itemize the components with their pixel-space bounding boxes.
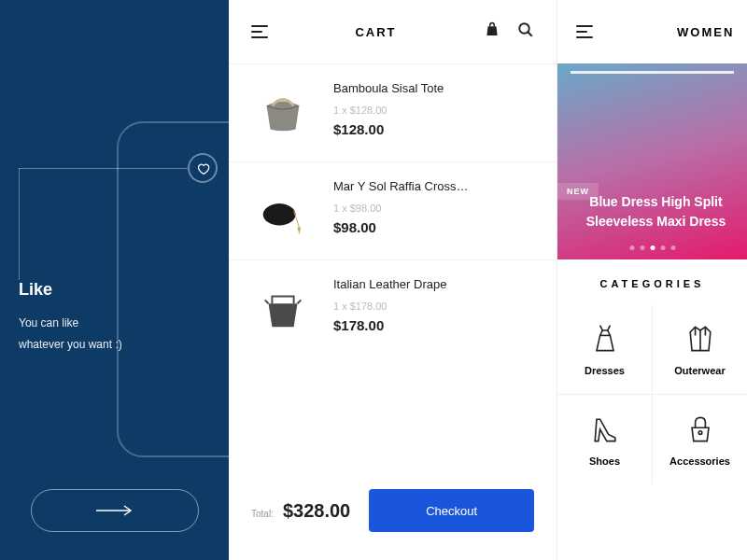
cart-item[interactable]: Mar Y Sol Raffia Cross… 1 x $98.00 $98.0…: [229, 161, 557, 259]
svg-point-1: [519, 23, 529, 34]
hero-title: Blue Dress High Split Sleeveless Maxi Dr…: [569, 192, 743, 231]
guide-line: [19, 168, 196, 169]
product-image: [251, 277, 315, 341]
category-label: Accessories: [669, 455, 730, 467]
hero-divider: [571, 71, 734, 74]
onboarding-panel: Like You can like whatever you want :): [0, 0, 229, 560]
page-title: WOMEN: [677, 25, 734, 39]
category-dresses[interactable]: Dresses: [557, 304, 652, 394]
svg-line-6: [297, 300, 301, 303]
onboarding-title: Like: [19, 280, 122, 300]
item-price: $98.00: [333, 219, 534, 235]
category-label: Outerwear: [674, 365, 725, 376]
menu-icon[interactable]: [251, 25, 268, 38]
guide-line: [19, 168, 20, 280]
categories-heading: CATEGORIES: [557, 259, 747, 304]
onboarding-text: You can like whatever you want :): [19, 313, 122, 356]
shop-panel: WOMEN NEW Blue Dress High Split Sleevele…: [557, 0, 747, 560]
category-label: Shoes: [589, 455, 620, 467]
cart-panel: CART Bamboula Sisal Tote 1 x $128.00 $12…: [229, 0, 557, 560]
category-label: Dresses: [585, 365, 625, 376]
product-image: [251, 179, 315, 243]
carousel-dots[interactable]: [629, 245, 675, 250]
svg-point-7: [698, 431, 702, 435]
svg-line-2: [528, 32, 532, 36]
heart-icon: [188, 153, 218, 183]
page-title: CART: [355, 25, 396, 39]
item-name: Italian Leather Drape: [333, 277, 501, 291]
item-price: $178.00: [333, 317, 534, 333]
item-qty: 1 x $98.00: [333, 203, 534, 214]
item-name: Bamboula Sisal Tote: [333, 81, 501, 95]
search-icon[interactable]: [517, 21, 534, 42]
category-outerwear[interactable]: Outerwear: [653, 304, 747, 394]
cart-item[interactable]: Bamboula Sisal Tote 1 x $128.00 $128.00: [229, 63, 557, 161]
item-price: $128.00: [333, 121, 534, 137]
product-image: [251, 81, 315, 145]
cart-item[interactable]: Italian Leather Drape 1 x $178.00 $178.0…: [229, 259, 557, 357]
menu-icon[interactable]: [576, 25, 593, 38]
category-accessories[interactable]: Accessories: [653, 395, 747, 484]
hero-banner[interactable]: NEW Blue Dress High Split Sleeveless Max…: [557, 63, 747, 259]
item-qty: 1 x $178.00: [333, 301, 534, 312]
checkout-button[interactable]: Checkout: [369, 489, 534, 532]
svg-point-3: [263, 203, 296, 225]
category-shoes[interactable]: Shoes: [557, 395, 652, 484]
total-price: $328.00: [283, 500, 350, 522]
total-label: Total:: [251, 509, 274, 519]
svg-line-5: [265, 300, 269, 303]
item-name: Mar Y Sol Raffia Cross…: [333, 179, 501, 193]
bag-icon[interactable]: [484, 21, 500, 42]
item-qty: 1 x $128.00: [333, 105, 534, 116]
next-button[interactable]: [31, 489, 199, 532]
svg-line-4: [294, 211, 300, 227]
